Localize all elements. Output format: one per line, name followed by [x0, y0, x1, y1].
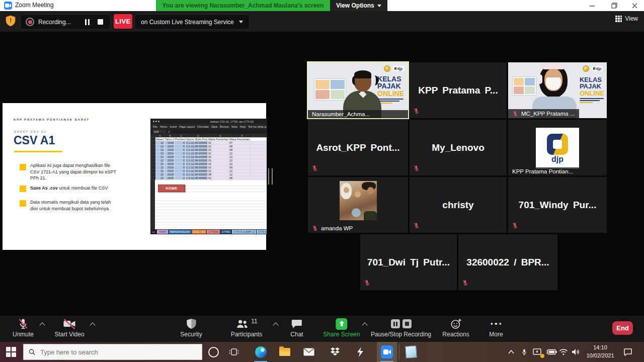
start-button[interactable]: [6, 347, 16, 357]
bolt-app-icon[interactable]: [354, 346, 366, 358]
tray-mic-icon[interactable]: [518, 346, 530, 358]
slide-bullet-1: Aplikasi ini juga dapat menghasilkan fil…: [30, 162, 119, 182]
zoom-meeting-window: Zoom Meeting You are viewing Narasumber_…: [0, 0, 644, 362]
minimize-button[interactable]: [584, 0, 601, 11]
close-button[interactable]: [626, 0, 643, 11]
restore-button[interactable]: [606, 0, 623, 11]
share-options-chevron[interactable]: [363, 322, 367, 326]
muted-mic-icon: [512, 222, 518, 229]
muted-mic-icon: [512, 110, 518, 117]
reactions-button[interactable]: Reactions: [442, 318, 469, 338]
reactions-icon: [450, 318, 462, 330]
poster-title: KELAS PAJAK ONLINE: [377, 75, 404, 105]
clock-time: 14:10: [583, 344, 618, 352]
excel-ribbon-tab: View: [231, 125, 237, 128]
grid-view-icon: [615, 16, 622, 22]
tile-amanda[interactable]: amanda WP: [308, 177, 408, 233]
recording-dot-icon: [26, 18, 34, 26]
participants-count: 11: [251, 318, 257, 325]
muted-mic-icon: [413, 107, 420, 115]
djp-logo: djp: [592, 66, 603, 71]
edge-icon[interactable]: [255, 346, 267, 358]
tile-kpp-pratama-p[interactable]: KPP Pratama P...: [410, 62, 507, 118]
muted-mic-icon: [413, 222, 420, 229]
slide-bullet-3: Data otomatis mengikuti data yang telah …: [30, 199, 119, 212]
tray-wifi-icon[interactable]: [557, 346, 570, 358]
pause-recording-button[interactable]: [85, 19, 91, 25]
start-video-button[interactable]: Start Video: [54, 318, 84, 338]
tray-battery-icon[interactable]: [545, 346, 557, 358]
pause-stop-recording-button[interactable]: Pause/Stop Recording: [371, 318, 431, 338]
encryption-shield-icon[interactable]: !: [5, 15, 16, 29]
gallery-view-button[interactable]: View: [615, 15, 638, 22]
tile-asrot[interactable]: Asrot_KPP Pont...: [308, 120, 408, 175]
tile-narasumber[interactable]: djp KELAS PAJAK ONLINE Narasumber_Achma.…: [308, 62, 408, 118]
recording-indicator: Recording...: [20, 14, 111, 30]
participants-button[interactable]: 11 Participants: [231, 318, 263, 338]
excel-sheet-tab: PENGHASILAN: [169, 230, 191, 234]
excel-ribbon-tab: Page Layout: [179, 125, 195, 128]
notes-app-icon[interactable]: [405, 346, 417, 358]
unmute-button[interactable]: Unmute: [13, 318, 34, 338]
share-screen-button[interactable]: Share Screen: [323, 318, 360, 338]
pause-stop-label: Pause/Stop Recording: [371, 331, 431, 338]
tile-mc-kpp[interactable]: djp KELAS PAJAK ONLINE MC_KPP Pratama ..…: [508, 62, 607, 118]
shield-icon: [186, 318, 197, 330]
search-input[interactable]: [39, 348, 197, 356]
task-view-icon[interactable]: [228, 346, 240, 358]
excel-sheet-tab: TARIF: [157, 230, 168, 234]
excel-ribbon-tab: Review: [220, 125, 229, 128]
tile-my-lenovo[interactable]: My_Lenovo: [410, 120, 507, 175]
muted-mic-icon: [413, 164, 420, 172]
stop-recording-button[interactable]: [98, 19, 103, 25]
participant-name: christy: [410, 177, 507, 233]
security-button[interactable]: Security: [180, 318, 202, 338]
zoom-taskbar-icon[interactable]: [381, 346, 393, 358]
tile-dwi[interactable]: 701_Dwi Tj Putr...: [360, 234, 457, 290]
excel-sheet-tab: 1721 - A1: [192, 230, 207, 234]
participants-options-chevron[interactable]: [274, 322, 278, 326]
tray-expand-chevron[interactable]: [505, 346, 517, 358]
more-button[interactable]: More: [489, 318, 503, 338]
excel-sheet-tab: 1770 S (LAMP 1): [232, 230, 256, 234]
reactions-label: Reactions: [442, 331, 469, 338]
chat-button[interactable]: Chat: [290, 318, 303, 338]
tile-christy[interactable]: christy: [410, 177, 507, 233]
clock-date: 10/02/2021: [583, 352, 618, 360]
taskbar-clock[interactable]: 14:10 10/02/2021: [583, 344, 618, 360]
excel-name-box: D28: [152, 130, 166, 133]
video-options-chevron[interactable]: [91, 322, 95, 326]
dropbox-icon[interactable]: [329, 346, 341, 358]
excel-ribbon-tab: Home: [160, 125, 168, 128]
poster-online: ONLINE: [377, 90, 404, 97]
tile-windy[interactable]: 701_Windy Pur...: [508, 177, 607, 233]
action-center-icon[interactable]: [622, 346, 634, 358]
tile-kpp-pontianak[interactable]: djp KPP Pratama Pontian...: [508, 120, 607, 175]
slide-kicker: SHEET CSV A1: [14, 130, 47, 133]
poster-logos: djp: [384, 65, 405, 72]
svg-text:!: !: [10, 17, 12, 24]
file-explorer-icon[interactable]: [279, 346, 291, 358]
participant-name-label: MC_KPP Pratama ...: [508, 109, 579, 118]
view-options-button[interactable]: View Options: [330, 0, 387, 11]
mail-icon[interactable]: [303, 346, 315, 358]
more-dots-icon: [491, 318, 502, 330]
excel-window-title: Aplikasi 1721-A1, 1770S, dan 1770 SS: [210, 120, 254, 123]
zoom-app-icon: [4, 2, 12, 10]
excel-ribbon-tab: Insert: [170, 125, 177, 128]
slide-org-header: KPP PRATAMA PONTIANAK BARAT: [14, 118, 90, 121]
tray-screenshare-icon[interactable]: [531, 346, 543, 358]
end-meeting-button[interactable]: End: [612, 321, 633, 335]
camera-off-icon: [63, 318, 76, 330]
tile-bpr[interactable]: 32600022 / BPR...: [458, 234, 557, 290]
tray-volume-icon[interactable]: [570, 346, 582, 358]
unmute-options-chevron[interactable]: [40, 322, 45, 326]
taskbar-search[interactable]: [23, 344, 202, 360]
live-badge: LIVE: [114, 14, 132, 29]
cortana-icon[interactable]: [207, 346, 219, 358]
live-stream-service[interactable]: on Custom Live Streaming Service: [134, 14, 250, 30]
excel-ribbon-tab: Help: [240, 125, 246, 128]
share-scrollbar-thumb[interactable]: [268, 168, 273, 185]
window-title-bar: Zoom Meeting You are viewing Narasumber_…: [0, 0, 644, 11]
participant-name: MC_KPP Pratama ...: [521, 111, 575, 117]
